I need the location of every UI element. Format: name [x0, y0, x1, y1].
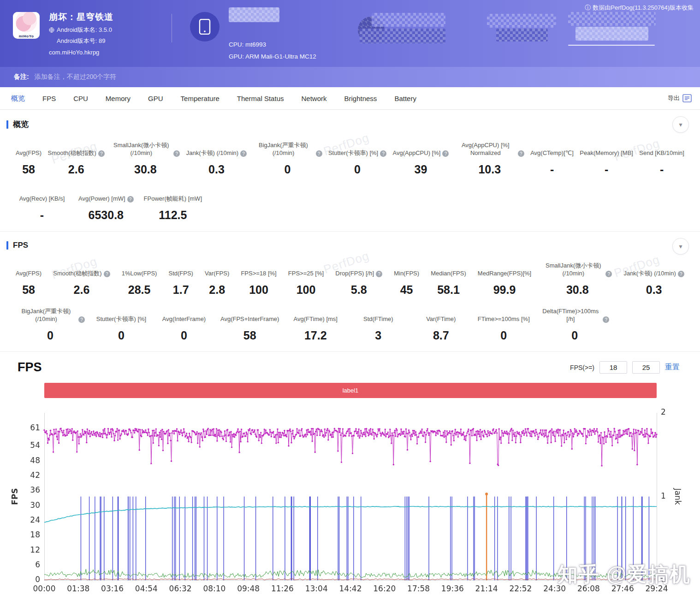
section-accent-bar — [6, 241, 8, 250]
metric: FPS>=18 [%]100 — [239, 262, 278, 297]
metric-label: Std(FTime) — [363, 315, 393, 323]
help-icon[interactable]: ? — [605, 271, 612, 277]
fps-collapse-button[interactable]: ▾ — [672, 238, 689, 255]
help-icon[interactable]: ? — [127, 196, 134, 202]
metric-label: Delta(FTime)>100ms [/h] — [540, 308, 601, 323]
metric-label: Median(FPS) — [431, 270, 466, 278]
metric: Avg(FPS+InterFrame)58 — [219, 308, 281, 342]
metric-label: SmallJank(微小卡顿) (/10min) — [543, 262, 604, 278]
metric-value: 0.3 — [186, 163, 247, 176]
metric: Delta(FTime)>100ms [/h]?0 — [538, 308, 611, 342]
fps-threshold-high-input[interactable] — [632, 361, 660, 374]
help-icon[interactable]: ? — [98, 150, 105, 157]
tab-memory[interactable]: Memory — [106, 95, 131, 102]
chart-label-banner[interactable]: label1 — [44, 383, 657, 398]
tab-brightness[interactable]: Brightness — [344, 95, 377, 102]
metric: Stutter(卡顿率) [%]?0 — [326, 142, 388, 176]
metric: FPower(帧能耗) [mW]112.5 — [142, 187, 204, 222]
metric-value: 17.2 — [289, 329, 342, 342]
tab-temperature[interactable]: Temperature — [181, 95, 219, 102]
help-icon[interactable]: ? — [442, 150, 449, 157]
help-icon[interactable]: ? — [518, 150, 524, 157]
fps-chart-title: FPS — [18, 360, 42, 375]
threshold-reset-link[interactable]: 重置 — [665, 363, 680, 372]
fps-chart-section: FPS FPS(>=) 重置 label1 知乎 @爱搞机 — [0, 352, 700, 600]
help-icon[interactable]: ? — [173, 150, 180, 157]
game-icon-art — [13, 12, 40, 33]
metric-label: Drop(FPS) [/h] — [335, 270, 374, 278]
metric: FTime>=100ms [%]0 — [475, 308, 532, 342]
metric-value: 58 — [16, 163, 42, 176]
tab-fps[interactable]: FPS — [42, 95, 56, 102]
metric-value: 0 — [158, 329, 210, 342]
help-icon[interactable]: ? — [240, 150, 247, 157]
metric: FPS>=25 [%]100 — [286, 262, 326, 297]
tab-thermal-status[interactable]: Thermal Status — [237, 95, 284, 102]
package-name: com.miHoYo.hkrpg — [49, 49, 113, 56]
censored-block-4 — [496, 29, 548, 42]
metric-label: FPS>=18 [%] — [241, 270, 276, 278]
app-header: ⓘ数据由PerfDog(11.3.250764)版本收集 miHoYo 崩坏：星… — [0, 0, 700, 67]
help-icon[interactable]: ? — [78, 316, 85, 323]
metric-value: 100 — [288, 283, 324, 297]
fps-chart-canvas[interactable] — [0, 398, 700, 600]
help-icon[interactable]: ? — [104, 271, 110, 277]
metric-label: Jank(卡顿) (/10min) — [186, 149, 238, 157]
metric-label: Var(FPS) — [205, 270, 229, 278]
metric-value: 5.8 — [335, 283, 382, 297]
metric-value: 100 — [241, 283, 276, 297]
metric-value: 0 — [540, 329, 609, 342]
device-cpu: CPU: mt6993 — [229, 41, 266, 48]
metric-value: 1.7 — [168, 283, 193, 297]
metric-label: Avg(FPS+InterFrame) — [220, 315, 279, 323]
tab-cpu[interactable]: CPU — [73, 95, 88, 102]
section-accent-bar — [6, 120, 8, 129]
metric-label: 1%Low(FPS) — [122, 270, 157, 278]
censored-device-name — [229, 7, 279, 22]
metric-value: 0 — [477, 329, 530, 342]
note-label: 备注: — [14, 73, 29, 81]
overview-collapse-button[interactable]: ▾ — [672, 116, 689, 133]
metric-label: Avg(Power) [mW] — [78, 195, 125, 203]
metric-label: Avg(AppCPU) [%] — [393, 149, 441, 157]
metric-value: 39 — [393, 163, 449, 176]
metric-value: - — [580, 163, 633, 176]
help-icon[interactable]: ? — [380, 150, 386, 157]
fps-threshold-low-input[interactable] — [599, 361, 627, 374]
help-icon[interactable]: ? — [316, 150, 322, 157]
metric: Smooth(稳帧指数)?2.6 — [46, 142, 106, 176]
metric-value: 112.5 — [144, 208, 202, 222]
metric-value: 6530.8 — [78, 208, 134, 222]
metric: Smooth(稳帧指数)?2.6 — [51, 262, 112, 297]
app-title: 崩坏：星穹铁道 — [49, 11, 113, 23]
fps-summary-title: FPS — [13, 241, 28, 250]
metric-label: Avg(Recv) [KB/s] — [19, 195, 65, 203]
overview-metrics-row2: Avg(Recv) [KB/s]-Avg(Power) [mW]?6530.8F… — [0, 187, 700, 222]
info-icon: ⓘ — [585, 4, 591, 11]
metric-label: Smooth(稳帧指数) — [47, 149, 96, 157]
tab-network[interactable]: Network — [301, 95, 326, 102]
metric-label: BigJank(严重卡顿) (/10min) — [16, 308, 77, 323]
metric: 1%Low(FPS)28.5 — [120, 262, 159, 297]
censored-block-5 — [568, 12, 656, 26]
tab-gpu[interactable]: GPU — [148, 95, 163, 102]
metric: BigJank(严重卡顿) (/10min)?0 — [14, 308, 87, 342]
metric: Avg(AppCPU) [%] Normalized?10.3 — [453, 142, 526, 176]
metric: Jank(卡顿) (/10min)?0.3 — [622, 262, 686, 297]
metric-label: Avg(FTime) [ms] — [294, 315, 338, 323]
note-placeholder: 添加备注，不超过200个字符 — [35, 73, 116, 81]
export-button[interactable]: 导出 — [668, 87, 692, 109]
android-version-code: Android版本号: 89 — [49, 37, 113, 45]
collector-info: ⓘ数据由PerfDog(11.3.250764)版本收集 — [585, 4, 694, 12]
export-label: 导出 — [668, 94, 680, 102]
help-icon[interactable]: ? — [678, 271, 684, 277]
metric-value: - — [16, 208, 68, 222]
note-bar[interactable]: 备注: 添加备注，不超过200个字符 — [0, 67, 700, 87]
app-meta: 崩坏：星穹铁道 Android版本名: 3.5.0 Android版本号: 89… — [49, 11, 113, 56]
help-icon[interactable]: ? — [376, 271, 382, 277]
tab-battery[interactable]: Battery — [394, 95, 416, 102]
tab-概览[interactable]: 概览 — [11, 94, 25, 103]
help-icon[interactable]: ? — [603, 316, 609, 323]
metric: Avg(AppCPU) [%]?39 — [391, 142, 451, 176]
metric-label: Avg(AppCPU) [%] Normalized — [455, 142, 516, 157]
